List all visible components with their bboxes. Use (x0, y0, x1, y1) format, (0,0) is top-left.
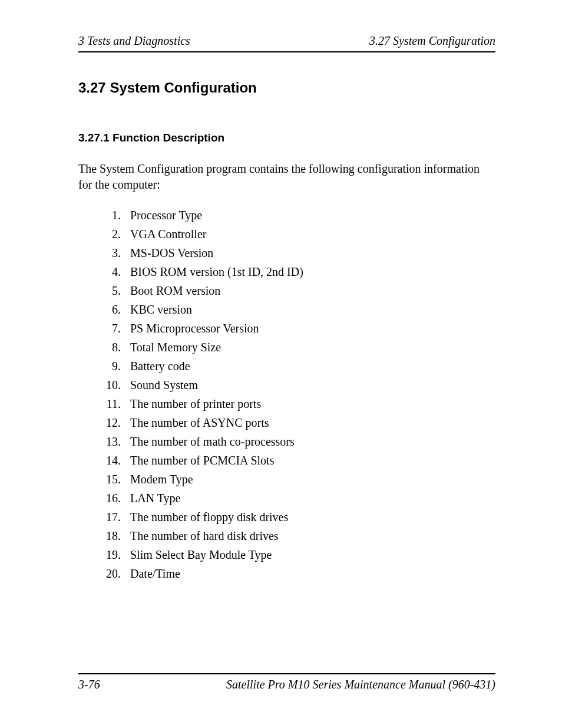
list-item: Slim Select Bay Module Type (124, 545, 495, 564)
list-item: Processor Type (124, 206, 495, 225)
subsection-title: 3.27.1 Function Description (78, 131, 495, 144)
list-item: The number of floppy disk drives (124, 508, 495, 526)
page: 3 Tests and Diagnostics 3.27 System Conf… (0, 0, 562, 728)
page-header: 3 Tests and Diagnostics 3.27 System Conf… (78, 34, 495, 52)
page-footer: 3-76 Satellite Pro M10 Series Maintenanc… (78, 673, 495, 691)
config-list: Processor Type VGA Controller MS-DOS Ver… (78, 206, 495, 583)
list-item: The number of ASYNC ports (124, 413, 495, 432)
intro-paragraph: The System Configuration program contain… (78, 161, 495, 193)
list-item: Battery code (124, 357, 495, 375)
list-item: The number of hard disk drives (124, 526, 495, 545)
list-item: MS-DOS Version (124, 243, 495, 262)
list-item: KBC version (124, 300, 495, 319)
footer-manual-title: Satellite Pro M10 Series Maintenance Man… (226, 678, 495, 691)
list-item: The number of printer ports (124, 394, 495, 413)
list-item: BIOS ROM version (1st ID, 2nd ID) (124, 262, 495, 281)
header-right: 3.27 System Configuration (369, 34, 495, 48)
list-item: LAN Type (124, 489, 495, 508)
list-item: The number of math co-processors (124, 432, 495, 451)
list-item: Boot ROM version (124, 281, 495, 300)
list-item: Sound System (124, 375, 495, 394)
list-item: Modem Type (124, 470, 495, 489)
list-item: The number of PCMCIA Slots (124, 451, 495, 470)
list-item: Total Memory Size (124, 338, 495, 357)
header-left: 3 Tests and Diagnostics (78, 34, 190, 48)
section-title: 3.27 System Configuration (78, 80, 495, 96)
list-item: PS Microprocessor Version (124, 319, 495, 338)
list-item: Date/Time (124, 564, 495, 583)
list-item: VGA Controller (124, 225, 495, 243)
footer-page-number: 3-76 (78, 678, 100, 691)
